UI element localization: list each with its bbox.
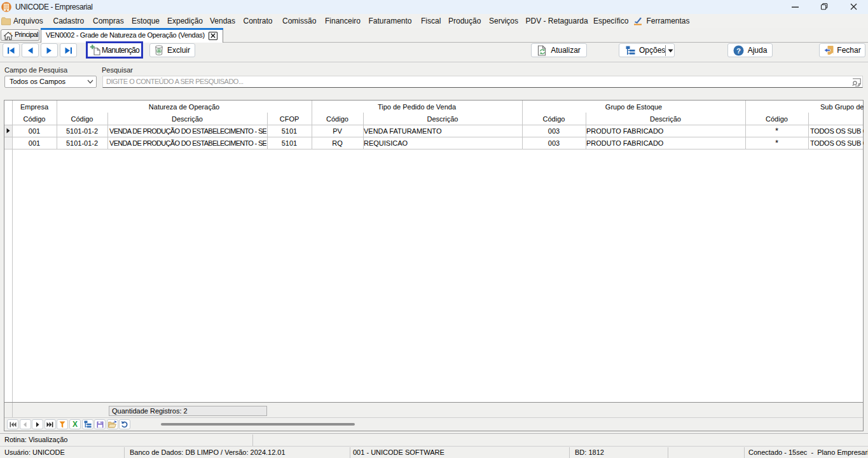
- svg-text:?: ?: [736, 46, 741, 54]
